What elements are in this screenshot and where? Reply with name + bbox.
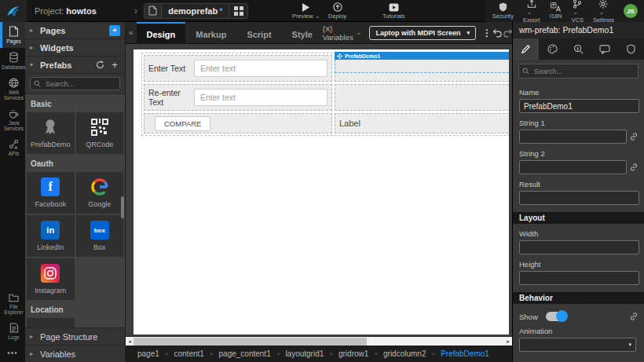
rail-item-file-explorer[interactable]: File Explorer [0, 289, 25, 319]
label-widget: Label [335, 119, 360, 128]
prefab-search-input[interactable] [44, 79, 116, 89]
security-tab[interactable] [618, 38, 644, 60]
tab-style[interactable]: Style [282, 22, 323, 44]
wavemaker-bird-icon [5, 3, 21, 19]
horizontal-scrollbar[interactable]: ◂ ▸ [126, 336, 512, 346]
add-page-button[interactable]: + [109, 25, 120, 36]
explorer-scrollbar[interactable] [121, 196, 124, 218]
artifact-switcher[interactable]: demoprefab* [144, 3, 248, 19]
box-icon: box [90, 221, 109, 240]
section-variables[interactable]: ▸ Variables [25, 345, 125, 362]
crumb-separator: > [374, 350, 378, 357]
reenter-text-input[interactable] [194, 89, 327, 106]
width-input[interactable] [519, 240, 639, 254]
string2-input[interactable] [519, 160, 627, 174]
prefab-tile-linkedin[interactable]: in LinkedIn [27, 215, 75, 257]
form-field-reenter-text[interactable]: Re-enter Text [144, 84, 332, 111]
show-toggle-on[interactable] [546, 312, 566, 321]
prefab-tile-facebook[interactable]: f Facebook [27, 172, 75, 214]
rail-item-java-services[interactable]: Java Services [0, 104, 25, 135]
prefab-selection-header[interactable]: PrefabDemo1 [335, 52, 509, 60]
deploy-button[interactable]: Deploy [328, 0, 346, 22]
style-tab[interactable] [539, 38, 565, 60]
section-pages[interactable]: ▸ Pages + [25, 22, 125, 39]
variables-button[interactable]: {X} Variables ⌄ [323, 24, 362, 42]
property-search-input[interactable] [532, 67, 635, 76]
tab-markup[interactable]: Markup [185, 22, 236, 44]
behavior-section-header: Behavior [513, 292, 644, 304]
refresh-icon[interactable] [94, 60, 105, 71]
vcs-button[interactable]: ⌄ VCS [571, 0, 583, 24]
settings-button[interactable]: ⌄ Settings [593, 0, 614, 24]
enter-text-input[interactable] [194, 60, 327, 77]
height-input[interactable] [519, 271, 639, 285]
user-avatar[interactable]: JS [624, 4, 638, 18]
bind-link-icon[interactable] [629, 163, 639, 172]
rail-item-apis[interactable]: APIs [0, 135, 25, 160]
show-property-row: Show [519, 312, 639, 321]
section-page-structure[interactable]: ▸ Page Structure [25, 327, 125, 345]
scroll-right-icon[interactable]: ▸ [504, 337, 512, 346]
properties-panel: wm-prefab: PrefabDemo1 Name String 1 Str… [512, 22, 644, 362]
add-prefab-icon[interactable]: + [109, 60, 120, 71]
bind-link-icon[interactable] [629, 312, 639, 321]
label-cell[interactable]: Label [335, 113, 509, 133]
animation-select[interactable]: ▾ [519, 338, 636, 352]
scroll-left-icon[interactable]: ◂ [126, 337, 134, 346]
wavemaker-logo[interactable] [0, 0, 27, 22]
tab-script[interactable]: Script [236, 22, 281, 44]
comments-tab[interactable] [591, 38, 617, 60]
prefab-selection-title: PrefabDemo1 [345, 53, 380, 59]
grid-switcher-icon[interactable] [229, 4, 247, 18]
canvas-page[interactable]: Enter Text PrefabDemo1 [134, 49, 509, 335]
artifact-name: demoprefab* [162, 6, 229, 16]
prefab-tile-google[interactable]: Google [76, 172, 124, 214]
prefab-tile-box[interactable]: box Box [76, 215, 124, 257]
crumb-content1[interactable]: content1 [174, 349, 203, 358]
more-options-icon[interactable]: ••• [0, 344, 25, 362]
form-field-enter-text[interactable]: Enter Text [144, 55, 332, 82]
result-input[interactable] [519, 191, 639, 205]
selected-prefab-widget[interactable]: PrefabDemo1 [335, 52, 509, 73]
name-input[interactable] [519, 99, 639, 113]
rail-item-web-services[interactable]: Web Services [0, 74, 25, 104]
i18n-button[interactable]: I18N [550, 2, 562, 20]
prefab-tile-instagram[interactable]: Instagram [27, 258, 75, 300]
scrollbar-thumb[interactable] [134, 338, 367, 346]
undo-icon[interactable] [492, 27, 503, 38]
tab-design[interactable]: Design [137, 22, 186, 44]
rail-item-logs[interactable]: Logs [0, 319, 25, 344]
properties-tab[interactable] [513, 38, 539, 60]
more-menu-icon[interactable]: ⋮ [482, 27, 492, 38]
button-cell[interactable]: COMPARE [144, 113, 332, 133]
crumb-gridrow1[interactable]: gridrow1 [338, 349, 368, 358]
preview-button[interactable]: Preview⌄ [292, 0, 320, 22]
tutorials-button[interactable]: Tutorials [382, 0, 404, 22]
prefab-widget-body[interactable] [335, 60, 509, 73]
rail-item-pages[interactable]: Pages [0, 22, 25, 48]
rail-item-databases[interactable]: Databases [0, 48, 25, 74]
section-widgets[interactable]: ▸ Widgets [25, 39, 125, 57]
section-prefabs[interactable]: ▾ Prefabs + [25, 57, 125, 74]
grid-column-2[interactable]: PrefabDemo1 [335, 55, 509, 82]
prefab-tile-location[interactable] [27, 318, 75, 327]
prefab-tile-qrcode[interactable]: QRCode [76, 112, 124, 154]
inspect-tab[interactable] [565, 38, 591, 60]
export-button[interactable]: ⌄ Export [523, 0, 540, 24]
crumb-page-content1[interactable]: page_content1 [219, 349, 271, 358]
empty-grid-cell[interactable] [335, 84, 509, 111]
crumb-page1[interactable]: page1 [137, 349, 159, 358]
compare-button[interactable]: COMPARE [155, 116, 210, 131]
device-selector[interactable]: Laptop with MDPI Screen ▾ [369, 26, 476, 40]
collapse-left-panel-icon[interactable]: « [126, 28, 137, 37]
crumb-layoutgrid1[interactable]: layoutgrid1 [285, 349, 324, 358]
qrcode-icon [90, 118, 109, 137]
layout-grid[interactable]: Enter Text PrefabDemo1 [141, 53, 509, 136]
bind-link-icon[interactable] [629, 132, 639, 141]
log-file-icon [9, 323, 19, 333]
crumb-gridcolumn2[interactable]: gridcolumn2 [383, 349, 426, 358]
prefab-tile-prefabdemo[interactable]: PrefabDemo [27, 112, 75, 154]
security-button[interactable]: Security [492, 2, 514, 20]
crumb-prefabdemo1-active[interactable]: PrefabDemo1 [441, 349, 489, 358]
string1-input[interactable] [519, 130, 627, 144]
